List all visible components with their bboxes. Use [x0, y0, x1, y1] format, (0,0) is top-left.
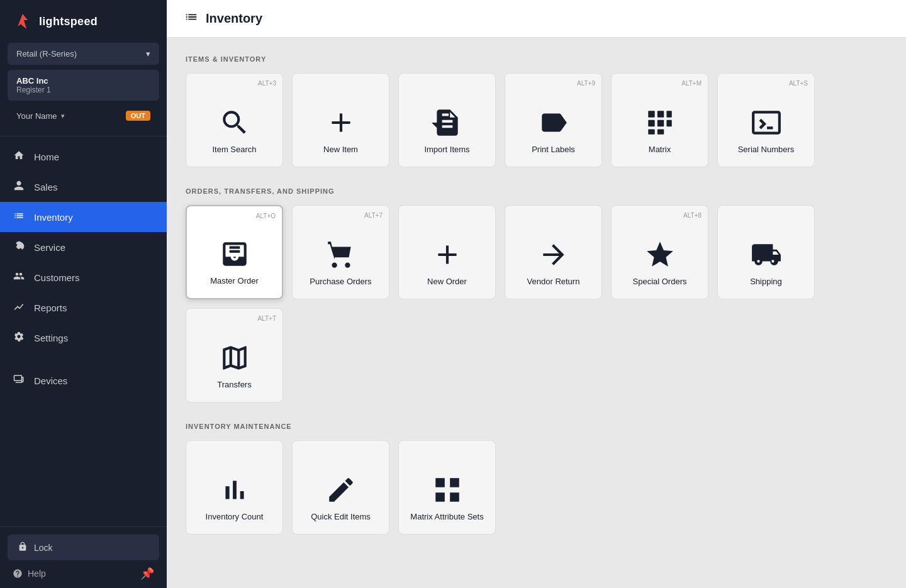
- shortcut-purchase-orders: ALT+7: [364, 212, 383, 219]
- transfers-icon: [219, 342, 250, 374]
- card-purchase-orders[interactable]: ALT+7 Purchase Orders: [292, 205, 389, 299]
- sidebar-item-customers-label: Customers: [34, 272, 80, 283]
- label-icon: [538, 107, 569, 138]
- section-label-maintenance: INVENTORY MAINTENANCE: [186, 423, 887, 430]
- sidebar-item-reports-label: Reports: [34, 302, 67, 313]
- shortcut-item-search: ALT+3: [258, 80, 276, 87]
- sidebar-footer: Help 📌: [8, 567, 159, 580]
- sidebar-item-inventory-label: Inventory: [34, 212, 73, 223]
- sidebar-item-home-label: Home: [34, 152, 59, 162]
- sidebar: lightspeed Retail (R-Series) ▾ ABC Inc R…: [0, 0, 167, 588]
- section-label-orders: ORDERS, TRANSFERS, AND SHIPPING: [186, 187, 887, 195]
- matrix-icon: [644, 107, 676, 138]
- card-new-item[interactable]: New Item: [292, 73, 389, 167]
- sidebar-item-customers[interactable]: Customers: [0, 262, 167, 292]
- card-vendor-return-label: Vendor Return: [527, 277, 580, 287]
- shortcut-serial-numbers: ALT+S: [789, 80, 808, 87]
- svg-rect-2: [657, 111, 663, 117]
- chevron-down-icon: ▾: [146, 49, 150, 58]
- sidebar-item-sales[interactable]: Sales: [0, 172, 167, 202]
- card-inventory-count[interactable]: Inventory Count: [186, 440, 283, 535]
- register-name: Register 1: [16, 86, 150, 94]
- card-matrix-attribute-sets[interactable]: Matrix Attribute Sets: [398, 440, 496, 535]
- svg-rect-6: [666, 120, 671, 126]
- card-item-search-label: Item Search: [212, 145, 256, 155]
- bar-chart-icon: [219, 474, 250, 506]
- card-matrix-attribute-sets-label: Matrix Attribute Sets: [410, 512, 483, 523]
- card-import-items[interactable]: Import Items: [398, 73, 496, 167]
- settings-icon: [13, 331, 25, 345]
- maintenance-grid: Inventory Count Quick Edit Items Matrix …: [186, 440, 887, 535]
- sidebar-item-devices[interactable]: Devices: [0, 365, 167, 396]
- search-icon: [219, 107, 250, 138]
- user-name[interactable]: Your Name ▾: [16, 111, 65, 121]
- card-new-item-label: New Item: [323, 145, 358, 155]
- card-matrix[interactable]: ALT+M Matrix: [611, 73, 708, 167]
- plus-icon: [325, 107, 357, 138]
- card-new-order-label: New Order: [427, 277, 467, 287]
- card-master-order[interactable]: ALT+O Master Order: [186, 205, 283, 299]
- card-quick-edit-items[interactable]: Quick Edit Items: [292, 440, 389, 535]
- notification-icon[interactable]: 📌: [140, 567, 154, 580]
- edit-icon: [325, 474, 357, 506]
- account-info: ABC Inc Register 1: [8, 70, 159, 101]
- lightspeed-logo-icon: [13, 11, 33, 31]
- card-purchase-orders-label: Purchase Orders: [310, 277, 371, 287]
- sidebar-item-reports[interactable]: Reports: [0, 292, 167, 323]
- sidebar-nav: Home Sales Inventory Service Customers: [0, 139, 167, 526]
- sidebar-item-service-label: Service: [34, 242, 65, 253]
- svg-rect-5: [666, 111, 671, 117]
- store-selector-label: Retail (R-Series): [16, 49, 77, 58]
- inventory-icon: [13, 210, 25, 224]
- card-transfers[interactable]: ALT+T Transfers: [186, 308, 283, 402]
- svg-rect-7: [648, 130, 654, 135]
- card-new-order[interactable]: New Order: [398, 205, 496, 299]
- card-quick-edit-items-label: Quick Edit Items: [311, 512, 371, 523]
- card-shipping-label: Shipping: [750, 277, 782, 287]
- sidebar-item-settings-label: Settings: [34, 333, 68, 343]
- card-print-labels[interactable]: ALT+9 Print Labels: [505, 73, 602, 167]
- card-special-orders[interactable]: ALT+8 Special Orders: [611, 205, 708, 299]
- terminal-icon: [751, 107, 782, 138]
- sidebar-bottom: Lock Help 📌: [0, 526, 167, 588]
- devices-icon: [13, 374, 25, 387]
- cart-icon: [325, 239, 357, 270]
- shortcut-master-order: ALT+O: [256, 213, 276, 219]
- shortcut-transfers: ALT+T: [257, 315, 276, 322]
- card-print-labels-label: Print Labels: [532, 145, 575, 155]
- transfers-grid: ALT+T Transfers: [186, 308, 887, 402]
- card-item-search[interactable]: ALT+3 Item Search: [186, 73, 283, 167]
- service-icon: [13, 240, 25, 254]
- help-label: Help: [28, 569, 46, 579]
- svg-rect-3: [648, 120, 654, 126]
- sidebar-item-settings[interactable]: Settings: [0, 323, 167, 353]
- sidebar-item-home[interactable]: Home: [0, 141, 167, 172]
- sidebar-item-service[interactable]: Service: [0, 232, 167, 262]
- section-label-items: ITEMS & INVENTORY: [186, 55, 887, 63]
- company-name: ABC Inc: [16, 76, 150, 86]
- sidebar-item-devices-label: Devices: [34, 375, 67, 386]
- card-import-items-label: Import Items: [424, 145, 469, 155]
- reports-icon: [13, 301, 25, 314]
- sidebar-logo: lightspeed: [0, 0, 167, 43]
- card-shipping[interactable]: Shipping: [717, 205, 815, 299]
- lock-button[interactable]: Lock: [8, 535, 159, 560]
- items-inventory-grid: ALT+3 Item Search New Item Import Items …: [186, 73, 887, 167]
- card-serial-numbers[interactable]: ALT+S Serial Numbers: [717, 73, 815, 167]
- star-icon: [644, 239, 676, 270]
- svg-rect-1: [648, 111, 654, 117]
- lock-label: Lock: [34, 543, 53, 553]
- chevron-down-icon: ▾: [61, 112, 65, 120]
- card-vendor-return[interactable]: Vendor Return: [505, 205, 602, 299]
- main-header: Inventory: [167, 0, 906, 38]
- customers-icon: [13, 270, 25, 284]
- sidebar-divider: [0, 136, 167, 136]
- svg-rect-9: [229, 247, 240, 249]
- sales-icon: [13, 180, 25, 194]
- card-inventory-count-label: Inventory Count: [206, 512, 264, 523]
- help-link[interactable]: Help: [13, 569, 46, 579]
- sidebar-item-inventory[interactable]: Inventory: [0, 202, 167, 232]
- svg-rect-8: [657, 130, 663, 135]
- card-serial-numbers-label: Serial Numbers: [738, 145, 795, 155]
- store-selector[interactable]: Retail (R-Series) ▾: [8, 43, 159, 65]
